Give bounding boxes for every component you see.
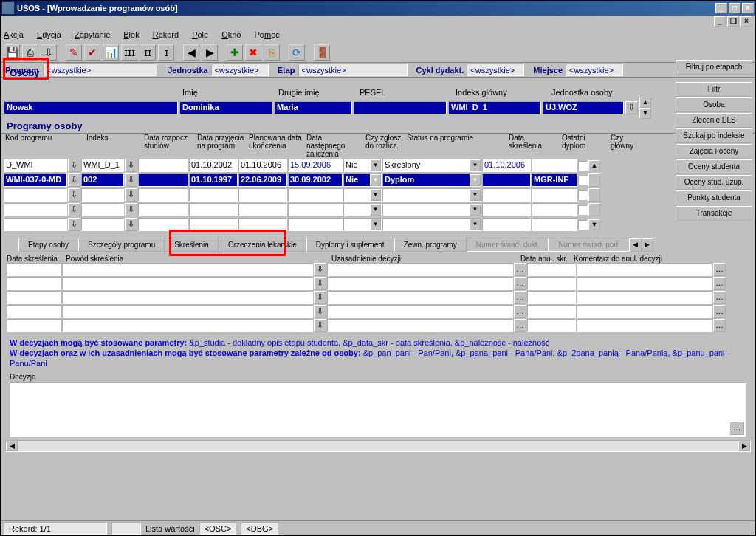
refresh-icon[interactable]: ⟳ — [289, 44, 305, 61]
person-nazwisko[interactable]: Nowak — [4, 101, 178, 114]
kod-lookup-button[interactable]: ⇩ — [68, 173, 80, 187]
prog-rozpocz[interactable] — [138, 159, 188, 172]
prog-indeks[interactable]: WMI_D_1 — [81, 159, 124, 172]
menu-pole[interactable]: Pole — [192, 30, 208, 39]
person-imie[interactable]: Dominika — [179, 101, 272, 114]
menu-okno[interactable]: Okno — [221, 30, 241, 39]
prog-rozpocz[interactable] — [138, 173, 188, 187]
prog-nast[interactable]: 15.09.2006 — [288, 159, 343, 172]
query-exec-icon[interactable]: ✔ — [84, 44, 100, 61]
exit-icon[interactable]: 🚪 — [314, 44, 330, 61]
prog-dyplom[interactable] — [532, 159, 577, 172]
prog-przyj[interactable]: 01.10.2002 — [189, 159, 238, 172]
query-enter-icon[interactable]: ✎ — [66, 44, 82, 61]
prog-status[interactable]: Dyplom▼ — [382, 173, 481, 187]
chevron-down-icon[interactable]: ▼ — [470, 159, 481, 171]
prog-status[interactable]: Skreślony▼ — [382, 159, 481, 172]
etap-filter[interactable]: <wszystkie> — [298, 63, 408, 76]
detail-powod[interactable] — [62, 263, 313, 276]
person-drugie[interactable]: Maria — [274, 101, 352, 114]
minimize-button[interactable]: _ — [715, 3, 727, 13]
person-indeks[interactable]: WMI_D_1 — [448, 101, 541, 114]
person-up-button[interactable]: ▲ — [639, 97, 651, 108]
person-lookup-button[interactable]: ⇩ — [625, 101, 638, 114]
szukaj-indeks-button[interactable]: Szukaj po indeksie — [676, 128, 752, 143]
prog-planowana[interactable]: 01.10.2006 — [238, 159, 287, 172]
program-filter[interactable]: <wszystkie> — [43, 63, 157, 76]
prog-scroll-track[interactable] — [588, 173, 600, 187]
hscroll-right-button[interactable]: ▶ — [738, 441, 750, 451]
oceny-uzup-button[interactable]: Oceny stud. uzup. — [676, 175, 752, 190]
delete-icon[interactable]: ✖ — [245, 44, 261, 61]
tab-etapy[interactable]: Etapy osoby — [18, 238, 78, 252]
chevron-down-icon[interactable]: ▼ — [370, 174, 381, 186]
kod-lookup-button[interactable]: ⇩ — [68, 159, 80, 172]
maximize-button[interactable]: □ — [729, 3, 740, 13]
tab-szczegoly[interactable]: Szczegóły programu — [78, 238, 165, 252]
tabs-right-button[interactable]: ▶ — [642, 238, 653, 252]
hscroll-left-button[interactable]: ◀ — [6, 441, 18, 451]
prog-nast[interactable]: 30.09.2002 — [288, 173, 343, 187]
prog-przyj[interactable]: 01.10.1997 — [189, 173, 238, 187]
prog-dyplom[interactable]: MGR-INF — [532, 173, 577, 187]
prog-zglosz[interactable]: Nie▼ — [343, 159, 382, 172]
miejsce-filter[interactable]: <wszystkie> — [566, 63, 623, 76]
person-down-button[interactable]: ▼ — [639, 108, 651, 119]
prog-skr[interactable] — [482, 173, 531, 187]
mdi-restore-button[interactable]: ❐ — [727, 16, 739, 27]
decyzja-textarea[interactable]: … — [10, 382, 746, 437]
indeks-lookup-button[interactable]: ⇩ — [125, 159, 137, 172]
detail-uzasadnienie-more[interactable]: … — [514, 263, 526, 276]
chevron-down-icon[interactable]: ▼ — [370, 159, 381, 171]
oceny-studenta-button[interactable]: Oceny studenta — [676, 159, 752, 174]
detail-powod-lookup[interactable]: ⇩ — [314, 263, 326, 276]
detail-data-anul[interactable] — [527, 263, 576, 276]
prog-kod[interactable]: D_WMI — [4, 159, 67, 172]
decyzja-more-button[interactable]: … — [729, 422, 744, 435]
prog-kod[interactable]: WMI-037-0-MD — [4, 173, 67, 187]
filtr-button[interactable]: Filtr — [676, 82, 752, 97]
prog-planowana[interactable]: 22.06.2009 — [238, 173, 287, 187]
menu-edycja[interactable]: Edycja — [37, 30, 61, 39]
tab-dyplomy[interactable]: Dyplomy i suplement — [306, 238, 394, 252]
mdi-close-button[interactable]: × — [740, 16, 752, 27]
cykl-filter[interactable]: <wszystkie> — [467, 63, 524, 76]
chevron-down-icon[interactable]: ▼ — [470, 174, 481, 186]
person-jednostka[interactable]: UJ.WOZ — [543, 101, 624, 114]
prog-indeks[interactable]: 002 — [81, 173, 124, 187]
prog-skr[interactable]: 01.10.2006 — [482, 159, 531, 172]
mdi-minimize-button[interactable]: _ — [714, 16, 726, 27]
tab-swiad-pod[interactable]: Numer świad. pod. — [549, 238, 629, 252]
detail-data-skr[interactable] — [7, 263, 61, 276]
stats3-icon[interactable]: ɪ — [158, 44, 174, 61]
menu-pomoc[interactable]: Pomoc — [255, 30, 280, 39]
prog-zglosz[interactable]: Nie▼ — [343, 173, 382, 187]
menu-zapytanie[interactable]: Zapytanie — [75, 30, 110, 39]
prog-glowny-checkbox[interactable] — [578, 161, 588, 171]
hscrollbar[interactable]: ◀ ▶ — [5, 440, 751, 452]
stats2-icon[interactable]: ɪɪ — [140, 44, 156, 61]
detail-komentarz[interactable] — [577, 263, 712, 276]
prog-scroll-up[interactable]: ▲ — [588, 160, 600, 171]
menu-blok[interactable]: Blok — [123, 30, 139, 39]
menu-akcja[interactable]: Akcja — [4, 30, 24, 39]
tab-zewn[interactable]: Zewn. programy — [394, 238, 467, 252]
chart-bar-icon[interactable]: 📊 — [103, 44, 119, 61]
detail-komentarz-more[interactable]: … — [713, 263, 726, 276]
zlecenie-els-button[interactable]: Zlecenie ELS — [676, 113, 752, 128]
tab-swiad-dokt[interactable]: Numer świad. dokt. — [467, 238, 549, 252]
transakcje-button[interactable]: Transakcje — [676, 206, 752, 221]
jednostka-filter[interactable]: <wszystkie> — [211, 63, 269, 76]
close-button[interactable]: × — [742, 3, 754, 13]
prog-scroll-down[interactable]: ▼ — [588, 219, 600, 230]
punkty-button[interactable]: Punkty studenta — [676, 190, 752, 205]
dup-icon[interactable]: ⎘ — [264, 44, 280, 61]
person-pesel[interactable] — [354, 101, 447, 114]
prog-glowny-checkbox[interactable] — [578, 176, 588, 185]
menu-rekord[interactable]: Rekord — [153, 30, 179, 39]
stats1-icon[interactable]: ɪɪɪ — [121, 44, 137, 61]
detail-uzasadnienie[interactable] — [327, 263, 513, 276]
tabs-left-button[interactable]: ◀ — [630, 238, 642, 252]
next-icon[interactable]: ▶ — [202, 44, 218, 61]
filtruj-po-etapach-button[interactable]: Filtruj po etapach — [676, 60, 752, 75]
